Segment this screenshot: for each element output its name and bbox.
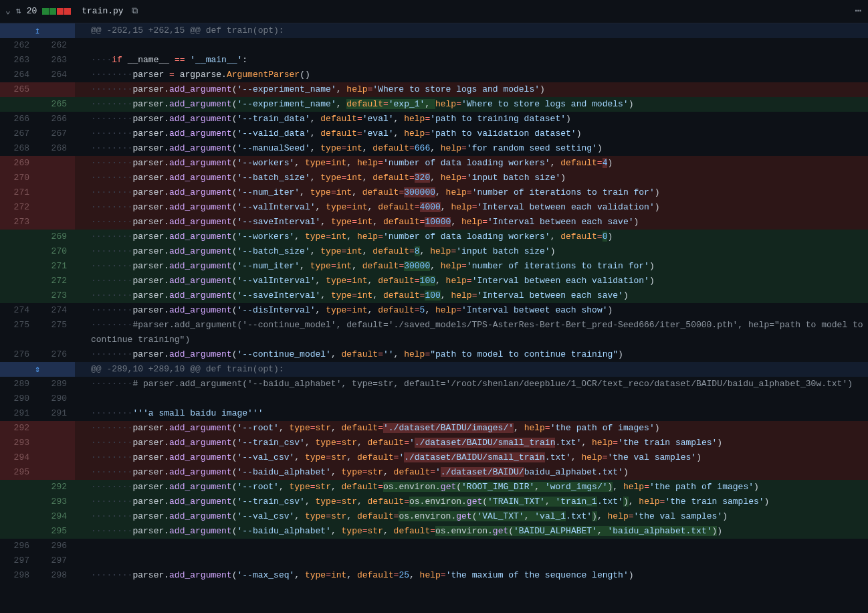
code-line: ····if __name__ == '__main__': [75, 53, 868, 68]
hunk-header: ⇕ @@ -289,10 +289,10 @@ def train(opt): [0, 362, 868, 377]
more-menu-icon[interactable]: ⋯ [855, 4, 863, 19]
code-line: ········parser.add_argument('--valInterv… [75, 274, 868, 288]
code-line: ········parser.add_argument('--valInterv… [75, 200, 868, 215]
code-line: ········parser.add_argument('--baidu_alp… [75, 465, 868, 480]
code-line: ········parser = argparse.ArgumentParser… [75, 68, 868, 82]
code-line: ········parser.add_argument('--continue_… [75, 347, 868, 362]
code-line: ········parser.add_argument('--disInterv… [75, 303, 868, 318]
code-line: ········parser.add_argument('--batch_siz… [75, 244, 868, 259]
code-line: ········parser.add_argument('--saveInter… [75, 288, 868, 303]
code-line: ········parser.add_argument('--root', ty… [75, 421, 868, 436]
code-line [75, 391, 868, 406]
code-line: ········parser.add_argument('--train_dat… [75, 112, 868, 126]
code-line: ········parser.add_argument('--train_csv… [75, 436, 868, 450]
code-line: ········parser.add_argument('--batch_siz… [75, 171, 868, 185]
code-line: ········parser.add_argument('--train_csv… [75, 495, 868, 509]
code-line: ········parser.add_argument('--val_csv',… [75, 509, 868, 524]
code-line: ········parser.add_argument('--saveInter… [75, 215, 868, 230]
expand-all-icon[interactable]: ⇅ [16, 4, 21, 19]
code-line: ········parser.add_argument('--manualSee… [75, 141, 868, 156]
code-line [75, 553, 868, 568]
code-line: ········parser.add_argument('--valid_dat… [75, 126, 868, 141]
diff-table: 289289········# parser.add_argument('--b… [0, 377, 868, 583]
code-line: ········parser.add_argument('--workers',… [75, 156, 868, 171]
code-line [75, 539, 868, 553]
line-num-old[interactable]: 262 [0, 38, 37, 53]
code-line: ········# parser.add_argument('--baidu_a… [75, 377, 868, 391]
file-header: ⌄ ⇅ 20 train.py ⧉ ⋯ [0, 0, 868, 23]
code-line: ········parser.add_argument('--val_csv',… [75, 450, 868, 465]
code-line: ········parser.add_argument('--max_seq',… [75, 568, 868, 583]
diff-stat-blocks [42, 8, 71, 15]
code-line: ········parser.add_argument('--root', ty… [75, 480, 868, 495]
filename[interactable]: train.py [82, 4, 123, 19]
code-line [75, 38, 868, 53]
diff-count: 20 [27, 4, 37, 19]
collapse-icon[interactable]: ⌄ [5, 4, 11, 19]
code-line: ········parser.add_argument('--experimen… [75, 97, 868, 112]
expand-up-icon[interactable]: ↥ [0, 23, 75, 38]
code-line: ········parser.add_argument('--workers',… [75, 230, 868, 244]
code-line: ········'''a small baidu image''' [75, 406, 868, 421]
code-line: ········parser.add_argument('--experimen… [75, 82, 868, 97]
line-num-new[interactable]: 262 [37, 38, 75, 53]
code-line: ········parser.add_argument('--baidu_alp… [75, 524, 868, 539]
hunk-header: ↥ @@ -262,15 +262,15 @@ def train(opt): [0, 23, 868, 38]
copy-icon[interactable]: ⧉ [132, 4, 138, 19]
code-line: ········parser.add_argument('--num_iter'… [75, 259, 868, 274]
diff-table: 262262 263263····if __name__ == '__main_… [0, 38, 868, 362]
code-line: ········parser.add_argument('--num_iter'… [75, 185, 868, 200]
expand-icon[interactable]: ⇕ [0, 362, 75, 377]
code-line: ········#parser.add_argument('--continue… [75, 318, 868, 347]
